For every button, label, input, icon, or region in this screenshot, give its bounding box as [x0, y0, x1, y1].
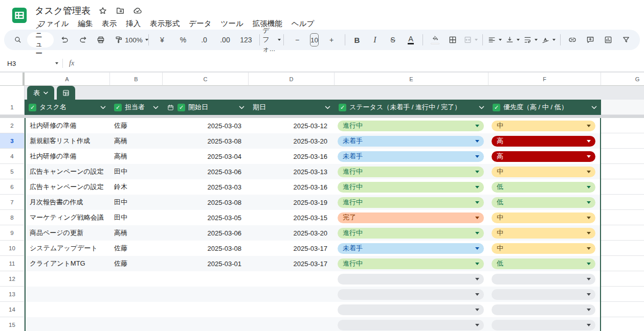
search-menus-button[interactable]: メニュー	[27, 32, 54, 48]
insert-link-button[interactable]	[564, 32, 581, 48]
cell-empty[interactable]	[601, 225, 644, 241]
cell-empty[interactable]	[25, 271, 110, 287]
cell-assignee[interactable]: 高橋	[110, 149, 163, 164]
chevron-down-icon[interactable]	[239, 106, 245, 109]
cell-empty[interactable]	[110, 317, 163, 331]
priority-dropdown[interactable]: 中	[492, 167, 595, 177]
cell-empty[interactable]	[601, 241, 644, 256]
priority-dropdown[interactable]	[492, 304, 595, 315]
cell-due-date[interactable]: 2025-03-12	[249, 118, 335, 133]
table-tab[interactable]: 表	[27, 86, 54, 100]
column-header-a[interactable]: A	[25, 73, 110, 86]
row-header[interactable]: 6	[0, 179, 25, 195]
priority-dropdown[interactable]	[492, 274, 595, 285]
increase-decimal-button[interactable]: .00	[215, 32, 235, 48]
row-header[interactable]: 7	[0, 195, 25, 210]
more-formats-button[interactable]: 123	[236, 32, 256, 48]
row-header[interactable]: 13	[0, 287, 25, 302]
cell-empty[interactable]	[601, 179, 644, 195]
row-header[interactable]: 4	[0, 149, 25, 164]
priority-dropdown[interactable]	[492, 289, 595, 300]
cell-due-date[interactable]: 2025-03-13	[249, 164, 335, 179]
cell-due-date[interactable]: 2025-03-15	[249, 210, 335, 225]
menu-edit[interactable]: 編集	[74, 18, 96, 30]
chevron-down-icon[interactable]	[479, 106, 484, 109]
cell-start-date[interactable]: 2025-03-01	[163, 256, 249, 271]
font-select[interactable]: デフォ...	[263, 32, 280, 48]
header-start-date[interactable]: ✓ 開始日	[163, 100, 249, 115]
table-options-tab[interactable]	[57, 86, 75, 100]
text-rotation-button[interactable]	[540, 32, 557, 48]
cell-task[interactable]: 広告キャンペーンの設定	[25, 179, 110, 195]
zoom-select[interactable]: 100%	[128, 32, 145, 48]
priority-dropdown[interactable]: 低	[492, 258, 595, 269]
cell-start-date[interactable]: 2025-03-08	[163, 195, 249, 210]
cell-start-date[interactable]: 2025-03-06	[163, 164, 249, 179]
cell-start-date[interactable]: 2025-03-03	[163, 118, 249, 133]
format-currency-button[interactable]: ¥	[152, 32, 172, 48]
cell-due-date[interactable]: 2025-03-17	[249, 241, 335, 256]
cell-empty[interactable]	[601, 149, 644, 164]
status-dropdown[interactable]: 進行中	[338, 258, 484, 269]
cell-assignee[interactable]: 田中	[110, 210, 163, 225]
header-due-date[interactable]: 期日	[249, 100, 335, 115]
priority-dropdown[interactable]: 低	[492, 197, 595, 208]
cell-start-date[interactable]: 2025-03-04	[163, 149, 249, 164]
cell-assignee[interactable]: 高橋	[110, 225, 163, 241]
document-title[interactable]: タスク管理表	[35, 5, 91, 17]
cell-empty[interactable]	[601, 100, 644, 115]
font-size-input[interactable]: 10	[310, 33, 319, 46]
cell-empty[interactable]	[601, 271, 644, 287]
cell-empty[interactable]	[601, 195, 644, 210]
priority-dropdown[interactable]: 低	[492, 182, 595, 193]
format-percent-button[interactable]: %	[173, 32, 193, 48]
status-dropdown[interactable]: 未着手	[338, 243, 484, 254]
cell-due-date[interactable]: 2025-03-17	[249, 256, 335, 271]
select-all-corner[interactable]	[0, 73, 25, 86]
column-header-e[interactable]: E	[335, 73, 488, 86]
redo-icon[interactable]	[74, 32, 92, 48]
chevron-down-icon[interactable]	[591, 106, 597, 109]
sheets-logo-icon[interactable]	[9, 5, 30, 26]
cell-assignee[interactable]: 田中	[110, 164, 163, 179]
status-dropdown[interactable]: 未着手	[338, 151, 484, 162]
cell-empty[interactable]	[249, 271, 335, 287]
chevron-down-icon[interactable]	[153, 106, 159, 109]
cell-empty[interactable]	[110, 302, 163, 317]
cell-task[interactable]: 商品ページの更新	[25, 225, 110, 241]
cell-empty[interactable]	[601, 302, 644, 317]
menu-view[interactable]: 表示	[98, 18, 120, 30]
cell-due-date[interactable]: 2025-03-16	[249, 149, 335, 164]
move-folder-icon[interactable]	[115, 6, 125, 16]
row-header[interactable]: 11	[0, 256, 25, 271]
cell-assignee[interactable]: 高橋	[110, 133, 163, 149]
row-header[interactable]: 1	[0, 100, 25, 115]
cell-empty[interactable]	[601, 118, 644, 133]
cell-empty[interactable]	[601, 287, 644, 302]
menu-format[interactable]: 表示形式	[146, 18, 183, 30]
column-header-b[interactable]: B	[110, 73, 163, 86]
priority-dropdown[interactable]: 高	[492, 136, 595, 147]
italic-button[interactable]: I	[366, 32, 384, 48]
menu-data[interactable]: データ	[185, 18, 215, 30]
row-header[interactable]: 10	[0, 241, 25, 256]
status-dropdown[interactable]: 完了	[338, 212, 484, 223]
row-header[interactable]: 9	[0, 225, 25, 241]
cell-empty[interactable]	[601, 164, 644, 179]
cell-task[interactable]: 新規顧客リスト作成	[25, 133, 110, 149]
menu-help[interactable]: ヘルプ	[288, 18, 318, 30]
cell-empty[interactable]	[110, 287, 163, 302]
create-filter-button[interactable]	[617, 32, 635, 48]
increase-font-size-button[interactable]: +	[321, 32, 342, 48]
status-dropdown[interactable]	[338, 304, 484, 315]
text-color-button[interactable]: A	[402, 32, 419, 48]
priority-dropdown[interactable]	[492, 320, 595, 330]
cell-task[interactable]: 社内研修の準備	[25, 149, 110, 164]
chevron-down-icon[interactable]	[325, 106, 330, 109]
cell-empty[interactable]	[25, 287, 110, 302]
header-assignee[interactable]: ✓ 担当者	[110, 100, 163, 115]
cell-assignee[interactable]: 佐藤	[110, 256, 163, 271]
priority-dropdown[interactable]: 高	[492, 151, 595, 162]
text-wrap-button[interactable]	[522, 32, 539, 48]
cell-empty[interactable]	[601, 133, 644, 149]
